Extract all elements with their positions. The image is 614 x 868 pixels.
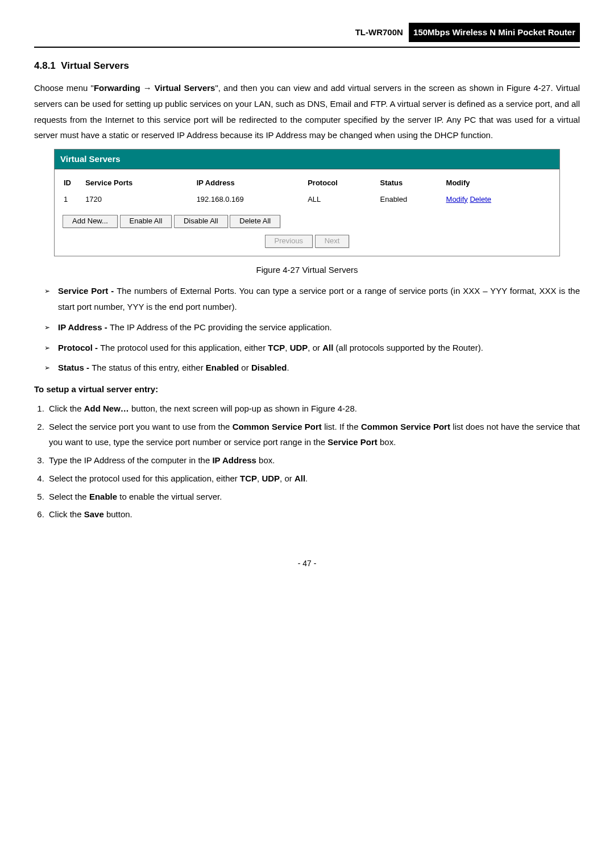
section-title: Virtual Servers: [61, 60, 129, 71]
list-item: Protocol - The protocol used for this ap…: [44, 340, 580, 356]
col-service-ports: Service Ports: [84, 175, 195, 192]
virtual-servers-table: ID Service Ports IP Address Protocol Sta…: [63, 175, 551, 208]
cell-ports: 1720: [84, 192, 195, 208]
section-number: 4.8.1: [34, 60, 56, 71]
table-row: 1 1720 192.168.0.169 ALL Enabled Modify …: [63, 192, 551, 208]
cell-ip: 192.168.0.169: [196, 192, 307, 208]
field-definitions-list: Service Port - The numbers of External P…: [44, 283, 580, 376]
cell-id: 1: [63, 192, 84, 208]
add-new-button[interactable]: Add New...: [63, 215, 118, 228]
list-item: Service Port - The numbers of External P…: [44, 283, 580, 315]
header-divider: [34, 47, 580, 48]
page-number: - 47 -: [34, 556, 580, 571]
cell-status: Enabled: [379, 192, 445, 208]
figure-caption: Figure 4-27 Virtual Servers: [34, 262, 580, 278]
cell-proto: ALL: [306, 192, 379, 208]
list-item: Select the service port you want to use …: [47, 419, 580, 451]
col-id: ID: [63, 175, 84, 192]
virtual-servers-figure: Virtual Servers ID Service Ports IP Addr…: [54, 149, 560, 256]
figure-title-bar: Virtual Servers: [55, 149, 559, 169]
page-header: TL-WR700N 150Mbps Wireless N Mini Pocket…: [34, 23, 580, 42]
section-heading: 4.8.1 Virtual Servers: [34, 57, 580, 74]
previous-button[interactable]: Previous: [265, 235, 313, 248]
delete-link[interactable]: Delete: [470, 195, 491, 203]
col-modify: Modify: [445, 175, 551, 192]
col-protocol: Protocol: [306, 175, 379, 192]
col-ip-address: IP Address: [196, 175, 307, 192]
list-item: Select the Enable to enable the virtual …: [47, 489, 580, 505]
list-item: Click the Add New… button, the next scre…: [47, 401, 580, 417]
product-desc: 150Mbps Wireless N Mini Pocket Router: [409, 23, 580, 42]
setup-steps-list: Click the Add New… button, the next scre…: [47, 401, 580, 522]
list-item: Click the Save button.: [47, 506, 580, 522]
disable-all-button[interactable]: Disable All: [174, 215, 228, 228]
col-status: Status: [379, 175, 445, 192]
table-header-row: ID Service Ports IP Address Protocol Sta…: [63, 175, 551, 192]
pagination-row: Previous Next: [63, 235, 551, 248]
model-label: TL-WR700N: [355, 27, 406, 37]
intro-paragraph: Choose menu "Forwarding → Virtual Server…: [34, 80, 580, 143]
delete-all-button[interactable]: Delete All: [230, 215, 280, 228]
list-item: Select the protocol used for this applic…: [47, 471, 580, 487]
setup-subtitle: To setup a virtual server entry:: [34, 381, 580, 397]
modify-link[interactable]: Modify: [446, 195, 468, 203]
enable-all-button[interactable]: Enable All: [120, 215, 172, 228]
next-button[interactable]: Next: [315, 235, 350, 248]
action-button-row: Add New... Enable All Disable All Delete…: [63, 215, 551, 228]
list-item: Status - The status of this entry, eithe…: [44, 360, 580, 376]
list-item: Type the IP Address of the computer in t…: [47, 452, 580, 468]
list-item: IP Address - The IP Address of the PC pr…: [44, 319, 580, 335]
